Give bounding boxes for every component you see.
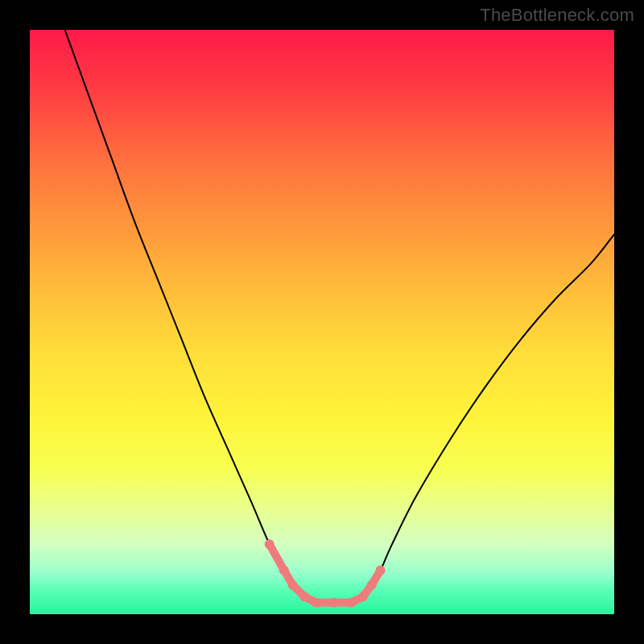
plot-area <box>30 30 614 614</box>
chart-frame: TheBottleneck.com <box>0 0 644 644</box>
watermark-text: TheBottleneck.com <box>480 5 634 26</box>
heat-gradient-background <box>30 30 614 614</box>
